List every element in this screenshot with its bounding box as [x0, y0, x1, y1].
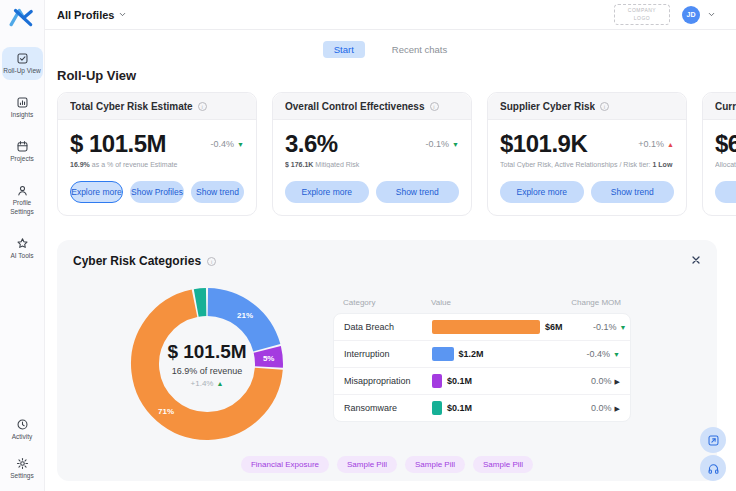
account-chevron-down-icon[interactable]: [707, 10, 716, 19]
change-mom: 0.0% ▶: [556, 403, 620, 413]
sidebar-item-label: Roll-Up View: [3, 67, 40, 75]
profile-settings-icon: [16, 184, 29, 197]
card-title: Total Cyber Risk Estimate: [70, 101, 193, 112]
ai-tools-icon: [16, 237, 29, 250]
category-label: Data Breach: [344, 322, 432, 332]
table-row-ransomware[interactable]: Ransomware $0.1M 0.0% ▶: [334, 395, 630, 421]
activity-icon: [16, 418, 29, 431]
info-icon[interactable]: [207, 257, 216, 266]
avatar[interactable]: JD: [682, 6, 700, 24]
tab-start[interactable]: Start: [323, 41, 365, 58]
table-row-misappropriation[interactable]: Misappropriation $0.1M 0.0% ▶: [334, 368, 630, 395]
change-mom: -0.4% ▼: [556, 349, 620, 359]
sidebar-item-settings[interactable]: Settings: [2, 452, 43, 485]
show-trend-button[interactable]: Show trend: [376, 181, 460, 203]
card-value: $ 101.5M: [70, 130, 166, 158]
support-button[interactable]: [700, 455, 726, 481]
trend-icon: ▼: [620, 324, 627, 331]
trend-icon: ▼: [452, 141, 459, 148]
change-mom: 0.0% ▶: [556, 376, 620, 386]
main-content: Start Recent chats Roll-Up View Total Cy…: [45, 40, 736, 481]
rollup-view-icon: [16, 52, 29, 65]
category-label: Misappropriation: [344, 376, 432, 386]
category-label: Ransomware: [344, 403, 432, 413]
summary-cards-row: Total Cyber Risk Estimate $ 101.5M -0.4%…: [57, 92, 736, 216]
card-change: -0.4% ▼: [211, 139, 244, 149]
explore-more-button[interactable]: Explore more: [715, 181, 736, 203]
card-clipped: Curren $6 Allocat Explore more: [702, 92, 736, 216]
card-control-effectiveness: Overall Control Effectiveness 3.6% -0.1%…: [272, 92, 472, 216]
table-row-interruption[interactable]: Interruption $1.2M -0.4% ▼: [334, 341, 630, 368]
sidebar-item-label: Profile Settings: [3, 199, 42, 215]
card-subtext: 16.9% as a % of revenue Estimate: [70, 161, 244, 168]
info-icon[interactable]: [430, 102, 439, 111]
sidebar-item-label: Activity: [12, 433, 33, 441]
sidebar-item-profile-settings[interactable]: Profile Settings: [2, 179, 43, 220]
panel-title: Cyber Risk Categories: [73, 254, 201, 268]
show-profiles-button[interactable]: Show Profiles: [130, 181, 184, 203]
tab-recent-chats[interactable]: Recent chats: [381, 41, 458, 58]
explore-more-button[interactable]: Explore more: [285, 181, 369, 203]
category-label: Interruption: [344, 349, 432, 359]
app-logo[interactable]: [9, 7, 35, 31]
value-label: $0.1M: [447, 403, 472, 413]
show-trend-button[interactable]: Show trend: [591, 181, 675, 203]
card-value: 3.6%: [285, 130, 338, 158]
sidebar-item-insights[interactable]: Insights: [2, 91, 43, 124]
topbar: All Profiles COMPANY LOGO JD: [45, 0, 736, 30]
value-label: $6M: [545, 322, 563, 332]
company-logo-placeholder[interactable]: COMPANY LOGO: [614, 4, 670, 25]
sidebar-item-ai-tools[interactable]: AI Tools: [2, 232, 43, 265]
change-mom: -0.1% ▼: [563, 322, 627, 332]
donut-total-value: $ 101.5M: [152, 341, 262, 363]
sidebar-item-label: Insights: [11, 111, 33, 119]
explore-more-button[interactable]: Explore more: [500, 181, 584, 203]
feedback-button[interactable]: [700, 427, 726, 453]
value-label: $1.2M: [459, 349, 484, 359]
trend-icon: ▼: [237, 141, 244, 148]
card-title: Overall Control Effectiveness: [285, 101, 425, 112]
donut-subtitle: 16.9% of revenue: [152, 366, 262, 376]
card-subtext: $ 176.1K Mitigated Risk: [285, 161, 459, 168]
svg-text:71%: 71%: [158, 407, 174, 416]
explore-more-button[interactable]: Explore more: [70, 181, 123, 203]
card-subtext: Total Cyber Risk, Active Relationships /…: [500, 161, 674, 168]
sidebar-item-activity[interactable]: Activity: [2, 413, 43, 446]
value-label: $0.1M: [447, 376, 472, 386]
table-row-data-breach[interactable]: Data Breach $6M -0.1% ▼: [334, 314, 630, 341]
card-value: $6: [715, 130, 736, 158]
profile-selector[interactable]: All Profiles: [57, 9, 127, 21]
value-bar: [432, 347, 454, 361]
sidebar-item-projects[interactable]: Projects: [2, 135, 43, 168]
sidebar-item-label: Projects: [10, 155, 33, 163]
card-change: -0.1% ▼: [426, 139, 459, 149]
column-header-category: Category: [343, 298, 431, 307]
donut-change: +1.4% ▲: [152, 379, 262, 388]
tag-pill-financial-exposure[interactable]: Financial Exposure: [241, 456, 329, 473]
feedback-icon: [707, 434, 720, 447]
app-logo-icon: [9, 7, 35, 27]
info-icon[interactable]: [600, 102, 609, 111]
tag-pill-sample-2[interactable]: Sample Pill: [405, 456, 465, 473]
headphones-icon: [707, 462, 720, 475]
tag-pill-sample-1[interactable]: Sample Pill: [337, 456, 397, 473]
value-bar: [432, 320, 540, 334]
card-change: +0.1% ▲: [638, 139, 674, 149]
sidebar: Roll-Up View Insights Projects Profile S…: [0, 0, 45, 491]
card-title: Curren: [715, 101, 736, 112]
info-icon[interactable]: [198, 102, 207, 111]
close-icon[interactable]: [690, 252, 702, 270]
column-header-change: Change MOM: [557, 298, 621, 307]
card-subtext: Allocat: [715, 161, 736, 168]
tag-pill-sample-3[interactable]: Sample Pill: [473, 456, 533, 473]
svg-text:5%: 5%: [263, 354, 275, 363]
projects-icon: [16, 140, 29, 153]
trend-icon: ▶: [615, 405, 620, 412]
card-title: Supplier Cyber Risk: [500, 101, 595, 112]
trend-icon: ▶: [615, 378, 620, 385]
column-header-value: Value: [431, 298, 557, 307]
show-trend-button[interactable]: Show trend: [191, 181, 244, 203]
sidebar-item-label: AI Tools: [10, 252, 33, 260]
sidebar-item-label: Settings: [10, 472, 34, 480]
sidebar-item-rollup-view[interactable]: Roll-Up View: [2, 47, 43, 80]
